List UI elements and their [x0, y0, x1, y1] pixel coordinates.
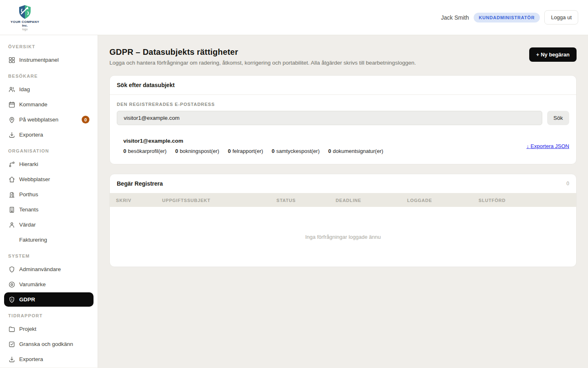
search-button[interactable]: Sök: [547, 111, 569, 125]
dashboard-grid-icon: [8, 56, 16, 64]
sidebar-item-instrumentpanel[interactable]: Instrumentpanel: [4, 53, 94, 67]
sidebar-item-adminanvandare[interactable]: Adminanvändare: [4, 262, 94, 276]
user-icon: [8, 221, 16, 229]
page-subtitle: Logga och hantera förfrågningar om rader…: [109, 60, 416, 66]
requests-card-title: Begär Registrera: [117, 180, 163, 187]
logout-button[interactable]: Logga ut: [544, 10, 578, 25]
sidebar-item-label: Varumärke: [19, 281, 46, 287]
sidebar-item-gdpr[interactable]: GDPR: [4, 292, 94, 307]
column-header-status: STATUS: [276, 198, 336, 203]
company-logo: YOUR COMPANY Inc. logo: [10, 4, 40, 31]
count-label: dokumentsignatur(er): [333, 148, 383, 154]
email-field-label: DEN REGISTRERADES E-POSTADRESS: [117, 102, 569, 107]
count-document-signatures: 0dokumentsignatur(er): [328, 148, 383, 154]
hierarchy-icon: [8, 161, 16, 168]
column-header-slutford: SLUTFÖRD: [479, 198, 576, 203]
folder-icon: [8, 325, 16, 333]
count-label: felrapport(er): [232, 148, 263, 154]
sidebar-item-label: På webbplatsen: [19, 117, 58, 123]
logo-caption: logo: [22, 28, 27, 31]
count-value: 0: [272, 148, 274, 154]
shield-icon: [8, 266, 16, 273]
sidebar-item-label: Fakturering: [19, 237, 47, 243]
brand-disc-icon: [8, 281, 16, 288]
sidebar-item-label: Granska och godkänn: [19, 341, 73, 347]
requests-card: Begär Registrera 0 SKRIV UPPGIFTSSUBJEKT…: [109, 174, 577, 267]
count-value: 0: [175, 148, 178, 154]
download-icon: [8, 131, 16, 139]
sidebar-item-pa-webbplatsen[interactable]: På webbplatsen 0: [4, 112, 94, 127]
sidebar-item-label: Projekt: [19, 326, 36, 332]
result-email: visitor1@example.com: [123, 138, 383, 144]
top-header: YOUR COMPANY Inc. logo Jack Smith KUNDAD…: [0, 0, 588, 35]
sidebar-item-hierarki[interactable]: Hierarki: [4, 157, 94, 171]
column-header-skriv: SKRIV: [110, 198, 162, 203]
home-icon: [8, 176, 16, 183]
sidebar-section-oversikt: ÖVERSIKT: [0, 38, 98, 52]
column-header-subject: UPPGIFTSSUBJEKT: [162, 198, 276, 203]
sidebar-item-granska-och-godkann[interactable]: Granska och godkänn: [4, 337, 94, 351]
sidebar-item-fakturering[interactable]: Fakturering: [4, 233, 94, 247]
sidebar-item-tenants[interactable]: Tenants: [4, 202, 94, 217]
count-label: bokningspost(er): [180, 148, 219, 154]
user-name: Jack Smith: [441, 14, 469, 21]
subject-email-input[interactable]: [117, 111, 542, 125]
sidebar-item-label: Instrumentpanel: [19, 57, 59, 63]
logo-inc: Inc.: [22, 24, 28, 27]
sidebar-item-varumarke[interactable]: Varumärke: [4, 277, 94, 292]
sidebar-section-besokare: BESÖKARE: [0, 68, 98, 81]
search-result-row: visitor1@example.com 0besökarprofil(er) …: [117, 138, 569, 154]
sidebar-item-webbplatser[interactable]: Webbplatser: [4, 172, 94, 186]
count-value: 0: [328, 148, 331, 154]
download-icon: [8, 356, 16, 363]
sidebar-item-porthus[interactable]: Porthus: [4, 187, 94, 202]
sidebar-section-tidrapport: TIDRAPPORT: [0, 307, 98, 321]
export-json-link[interactable]: ↓ Exportera JSON: [526, 143, 569, 149]
count-consent-records: 0samtyckespost(er): [272, 148, 319, 154]
role-badge: KUNDADMINISTRATÖR: [474, 13, 540, 22]
count-value: 0: [228, 148, 231, 154]
count-error-reports: 0felrapport(er): [228, 148, 263, 154]
logo-company-name: YOUR COMPANY: [11, 20, 39, 24]
requests-count: 0: [566, 181, 569, 186]
sidebar-nav: ÖVERSIKT Instrumentpanel BESÖKARE Idag K…: [0, 35, 98, 368]
new-request-button[interactable]: + Ny begäran: [529, 47, 577, 62]
building-icon: [8, 206, 16, 213]
door-icon: [8, 191, 16, 198]
search-subject-card: Sök efter datasubjekt DEN REGISTRERADES …: [109, 75, 577, 164]
sidebar-item-label: Exportera: [19, 356, 43, 362]
map-pin-icon: [8, 116, 16, 123]
sidebar-item-label: Porthus: [19, 191, 38, 197]
column-header-loggade: LOGGADE: [407, 198, 479, 203]
search-card-title: Sök efter datasubjekt: [117, 82, 175, 88]
logo-shield-icon: [17, 4, 33, 19]
sidebar-item-kommande[interactable]: Kommande: [4, 97, 94, 112]
sidebar-item-exportera-besokare[interactable]: Exportera: [4, 128, 94, 142]
check-square-icon: [8, 341, 16, 348]
sidebar-item-vardar[interactable]: Värdar: [4, 218, 94, 232]
sidebar-section-organisation: ORGANISATION: [0, 143, 98, 156]
calendar-icon: [8, 101, 16, 108]
sidebar-item-label: Exportera: [19, 132, 43, 138]
count-visitor-profiles: 0besökarprofil(er): [123, 148, 167, 154]
count-label: besökarprofil(er): [128, 148, 167, 154]
sidebar-item-idag[interactable]: Idag: [4, 82, 94, 96]
sidebar-item-label: GDPR: [19, 296, 35, 303]
main-content: GDPR – Datasubjekts rättigheter Logga oc…: [98, 35, 588, 368]
count-booking-records: 0bokningspost(er): [175, 148, 219, 154]
sidebar-item-label: Idag: [19, 86, 30, 92]
empty-state-message: Inga förfrågningar loggade ännu: [110, 207, 576, 267]
sidebar-item-label: Kommande: [19, 101, 47, 108]
sidebar-item-label: Hierarki: [19, 161, 38, 167]
sidebar-section-system: SYSTEM: [0, 248, 98, 261]
count-value: 0: [123, 148, 126, 154]
requests-table-header: SKRIV UPPGIFTSSUBJEKT STATUS DEADLINE LO…: [110, 193, 576, 207]
sidebar-item-label: Värdar: [19, 222, 36, 228]
sidebar-item-projekt[interactable]: Projekt: [4, 322, 94, 336]
on-site-count-badge: 0: [82, 116, 89, 123]
result-counts: 0besökarprofil(er) 0bokningspost(er) 0fe…: [123, 148, 383, 154]
shield-dot-icon: [8, 296, 16, 303]
sidebar-item-exportera-tidrapport[interactable]: Exportera: [4, 352, 94, 366]
users-icon: [8, 86, 16, 93]
column-header-deadline: DEADLINE: [336, 198, 407, 203]
